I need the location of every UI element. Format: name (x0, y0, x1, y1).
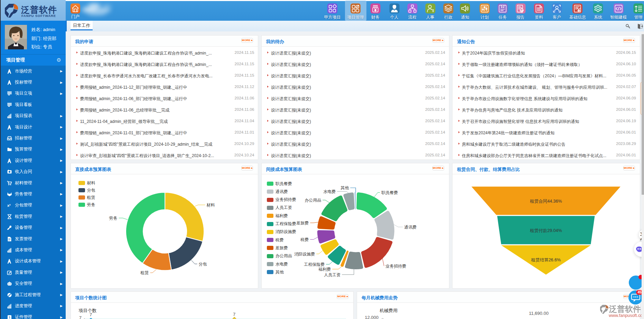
svg-text:其他: 其他 (340, 185, 349, 190)
svg-text:水电费: 水电费 (323, 189, 336, 194)
svg-text:租赁: 租赁 (140, 270, 149, 275)
svg-text:劳务: 劳务 (109, 215, 117, 220)
svg-text:消防设施费: 消防设施费 (294, 251, 315, 256)
svg-text:人员工资: 人员工资 (324, 272, 340, 277)
svg-text:分包: 分包 (198, 261, 207, 266)
svg-text:职员餐费: 职员餐费 (381, 190, 398, 195)
svg-text:7: 7 (233, 312, 235, 317)
svg-text:租赁付款29.04%: 租赁付款29.04% (530, 228, 562, 233)
svg-text:税费: 税费 (300, 237, 309, 242)
svg-text:通讯费: 通讯费 (404, 224, 417, 229)
svg-text:1: 1 (9, 316, 10, 319)
svg-text:租赁结算26.6%: 租赁结算26.6% (531, 258, 561, 262)
svg-text:业务招待费: 业务招待费 (385, 263, 406, 268)
svg-text:办公用品: 办公用品 (305, 197, 321, 202)
svg-text:www.fanpusoft.com: www.fanpusoft.com (608, 313, 644, 318)
svg-text:7: 7 (79, 315, 81, 319)
svg-text:11,690.00: 11,690.00 (529, 311, 549, 316)
svg-text:工程保险费: 工程保险费 (304, 262, 325, 267)
svg-text:差旅费: 差旅费 (296, 220, 309, 225)
svg-text:12,000: 12,000 (365, 315, 379, 319)
svg-text:7: 7 (90, 312, 92, 317)
svg-text:x²: x² (7, 203, 11, 207)
svg-text:材料: 材料 (206, 202, 215, 207)
svg-text:泛普软件: 泛普软件 (609, 304, 641, 313)
svg-text:租赁合同44.36%: 租赁合同44.36% (530, 199, 562, 204)
svg-text:福利费: 福利费 (318, 267, 331, 271)
